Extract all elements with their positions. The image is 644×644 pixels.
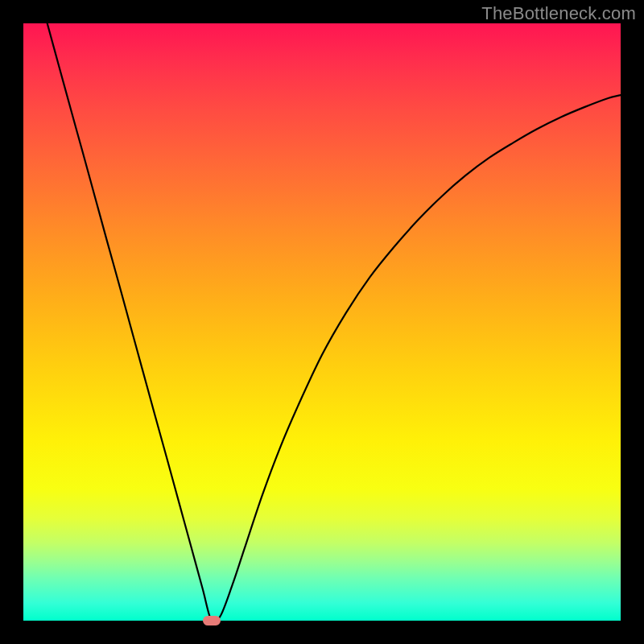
chart-plot-area bbox=[23, 23, 621, 621]
bottleneck-curve bbox=[23, 23, 621, 621]
watermark-text: TheBottleneck.com bbox=[481, 3, 636, 24]
optimum-marker bbox=[203, 616, 221, 625]
